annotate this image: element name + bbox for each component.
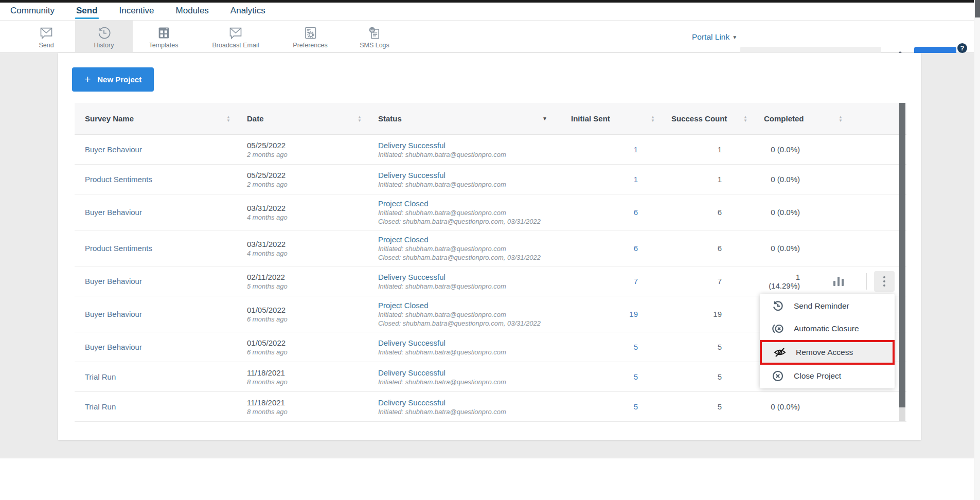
menu-item-remove-access[interactable]: Remove Access bbox=[760, 340, 895, 365]
success-count-value: 5 bbox=[661, 372, 754, 381]
main-nav: Community Send Incentive Modules Analyti… bbox=[0, 3, 980, 21]
row-status-initiated: Initiated: shubham.batra@questionpro.com bbox=[378, 311, 561, 318]
row-date-relative: 8 months ago bbox=[247, 378, 368, 386]
nav-item-send[interactable]: Send bbox=[75, 4, 99, 20]
templates-grid-icon bbox=[155, 25, 172, 40]
success-count-value: 5 bbox=[661, 402, 754, 411]
automatic-closure-icon bbox=[771, 322, 785, 335]
row-date: 11/18/2021 bbox=[247, 398, 368, 407]
table-row: Product Sentiments 05/25/2022 2 months a… bbox=[75, 165, 906, 194]
row-menu-dots-button[interactable] bbox=[874, 271, 895, 292]
survey-name-link[interactable]: Trial Run bbox=[85, 402, 116, 411]
sort-icon[interactable]: ▲▼ bbox=[651, 115, 655, 122]
tab-history[interactable]: History bbox=[75, 21, 133, 53]
table-header: Survey Name ▲▼ Date ▲▼ Status ▼ Initial … bbox=[75, 103, 906, 135]
tab-templates[interactable]: Templates bbox=[133, 21, 194, 53]
completed-value: 0 (0.0%) bbox=[754, 145, 849, 154]
tab-sms-logs[interactable]: SMS Logs bbox=[344, 21, 405, 53]
nav-item-modules[interactable]: Modules bbox=[175, 4, 210, 20]
survey-name-link[interactable]: Product Sentiments bbox=[85, 175, 152, 184]
initial-sent-link[interactable]: 1 bbox=[634, 145, 638, 154]
sub-toolbar: Send History Templates Broadcast Email bbox=[0, 21, 980, 53]
column-initial-sent: Initial Sent ▲▼ bbox=[561, 114, 661, 123]
table-scrollbar-thumb[interactable] bbox=[899, 103, 905, 407]
page-scrollbar[interactable] bbox=[974, 0, 980, 500]
vertical-dots-icon bbox=[883, 276, 885, 287]
column-completed-label: Completed bbox=[764, 114, 804, 123]
status-filter-caret-icon[interactable]: ▼ bbox=[542, 116, 547, 121]
tab-history-label: History bbox=[94, 42, 114, 49]
column-status: Status ▼ bbox=[368, 114, 561, 123]
row-date-relative: 2 months ago bbox=[247, 181, 368, 188]
initial-sent-link[interactable]: 1 bbox=[634, 175, 638, 184]
page-scrollbar-thumb[interactable] bbox=[975, 0, 980, 17]
row-status: Delivery Successful bbox=[378, 398, 561, 407]
survey-name-link[interactable]: Trial Run bbox=[85, 372, 116, 381]
row-date-relative: 4 months ago bbox=[247, 249, 368, 257]
menu-item-label: Remove Access bbox=[796, 348, 853, 357]
tab-preferences-label: Preferences bbox=[293, 42, 327, 49]
initial-sent-link[interactable]: 19 bbox=[629, 310, 638, 318]
initial-sent-link[interactable]: 6 bbox=[634, 208, 638, 217]
table-row: Buyer Behaviour 03/31/2022 4 months ago … bbox=[75, 194, 906, 230]
initial-sent-link[interactable]: 7 bbox=[634, 277, 638, 285]
sort-icon[interactable]: ▲▼ bbox=[358, 115, 362, 122]
tab-send[interactable]: Send bbox=[17, 21, 75, 53]
row-date: 02/11/2022 bbox=[247, 273, 368, 281]
sort-icon[interactable]: ▲▼ bbox=[743, 115, 747, 122]
sort-icon[interactable]: ▲▼ bbox=[226, 115, 230, 122]
portal-link-dropdown[interactable]: Portal Link ▼ bbox=[692, 21, 737, 53]
row-date-relative: 6 months ago bbox=[247, 315, 368, 323]
history-icon bbox=[96, 25, 112, 40]
survey-name-link[interactable]: Buyer Behaviour bbox=[85, 343, 142, 351]
menu-item-close-project[interactable]: Close Project bbox=[760, 365, 895, 387]
sort-icon[interactable]: ▲▼ bbox=[839, 115, 843, 122]
menu-item-automatic-closure[interactable]: Automatic Closure bbox=[760, 317, 895, 340]
tab-broadcast-email-label: Broadcast Email bbox=[212, 42, 259, 49]
success-count-value: 7 bbox=[661, 277, 754, 285]
table-scrollbar[interactable] bbox=[899, 103, 905, 421]
nav-item-community[interactable]: Community bbox=[9, 4, 56, 20]
row-date: 05/25/2022 bbox=[247, 141, 368, 150]
survey-name-link[interactable]: Buyer Behaviour bbox=[85, 145, 142, 154]
nav-item-analytics[interactable]: Analytics bbox=[229, 4, 266, 20]
row-status: Project Closed bbox=[378, 199, 561, 208]
table-row: Product Sentiments 03/31/2022 4 months a… bbox=[75, 230, 906, 266]
row-actions bbox=[752, 266, 906, 296]
menu-item-label: Send Reminder bbox=[794, 301, 849, 311]
survey-name-link[interactable]: Buyer Behaviour bbox=[85, 310, 142, 318]
initial-sent-link[interactable]: 5 bbox=[634, 372, 638, 381]
initial-sent-link[interactable]: 6 bbox=[634, 244, 638, 253]
bar-chart-icon[interactable] bbox=[832, 276, 846, 289]
row-date-relative: 8 months ago bbox=[247, 408, 368, 416]
tab-templates-label: Templates bbox=[149, 42, 179, 49]
envelope-icon bbox=[38, 25, 55, 40]
row-date: 11/18/2021 bbox=[247, 368, 368, 377]
menu-item-send-reminder[interactable]: Send Reminder bbox=[760, 295, 895, 317]
row-date: 01/05/2022 bbox=[247, 306, 368, 314]
column-survey-name: Survey Name ▲▼ bbox=[75, 114, 237, 123]
row-status-closed: Closed: shubham.batra@questionpro.com, 0… bbox=[378, 319, 561, 327]
nav-item-incentive[interactable]: Incentive bbox=[118, 4, 155, 20]
divider bbox=[866, 273, 867, 290]
circle-x-icon bbox=[771, 369, 785, 383]
initial-sent-link[interactable]: 5 bbox=[634, 343, 638, 351]
survey-name-link[interactable]: Product Sentiments bbox=[85, 244, 152, 253]
tab-preferences[interactable]: Preferences bbox=[277, 21, 344, 53]
row-date: 03/31/2022 bbox=[247, 204, 368, 212]
table-row: Buyer Behaviour 02/11/2022 5 months ago … bbox=[75, 266, 906, 296]
toolbar-tabs: Send History Templates Broadcast Email bbox=[17, 21, 405, 53]
plus-icon: + bbox=[84, 73, 91, 85]
new-project-button[interactable]: + New Project bbox=[72, 67, 154, 92]
survey-name-link[interactable]: Buyer Behaviour bbox=[85, 277, 142, 285]
tab-send-label: Send bbox=[39, 42, 54, 49]
row-date-relative: 2 months ago bbox=[247, 151, 368, 158]
row-status-initiated: Initiated: shubham.batra@questionpro.com bbox=[378, 378, 561, 386]
survey-name-link[interactable]: Buyer Behaviour bbox=[85, 208, 142, 217]
help-icon[interactable]: ? bbox=[957, 43, 967, 53]
row-status: Delivery Successful bbox=[378, 171, 561, 180]
tab-broadcast-email[interactable]: Broadcast Email bbox=[194, 21, 277, 53]
table-row: Trial Run 11/18/2021 8 months ago Delive… bbox=[75, 392, 906, 422]
initial-sent-link[interactable]: 5 bbox=[634, 402, 638, 411]
column-date: Date ▲▼ bbox=[237, 114, 368, 123]
